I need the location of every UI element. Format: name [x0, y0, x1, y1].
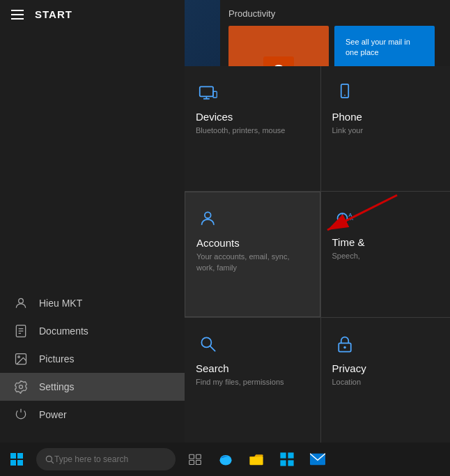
taskbar-file-explorer-button[interactable]: [242, 443, 270, 476]
file-explorer-icon: [249, 452, 264, 466]
svg-rect-44: [196, 461, 201, 465]
svg-text:A: A: [350, 216, 353, 221]
svg-rect-42: [196, 454, 201, 459]
svg-rect-50: [288, 460, 293, 466]
svg-line-19: [210, 346, 215, 351]
svg-point-14: [205, 213, 211, 219]
pictures-icon: [14, 352, 28, 366]
sidebar-item-pictures[interactable]: Pictures: [0, 345, 185, 373]
devices-icon-container: [196, 80, 221, 105]
accounts-icon-container: [196, 206, 222, 231]
tiles-section-title: Productivity: [228, 8, 442, 19]
taskbar: [0, 443, 450, 476]
devices-title: Devices: [196, 111, 309, 123]
start-header: START: [0, 0, 185, 29]
windows-logo-icon: [10, 453, 23, 466]
taskbar-store-button[interactable]: [273, 443, 301, 476]
taskbar-search-bar[interactable]: [36, 448, 176, 470]
time-desc: Speech,: [332, 251, 446, 261]
start-menu: START Hieu MKT Documents: [0, 0, 185, 443]
privacy-icon-container: [332, 332, 357, 357]
sidebar-item-power[interactable]: Power: [0, 401, 185, 429]
hamburger-icon[interactable]: [11, 10, 24, 20]
desktop: START Hieu MKT Documents: [0, 0, 450, 476]
svg-rect-36: [17, 453, 23, 459]
settings-gear-icon: [14, 380, 28, 394]
taskbar-mail-button[interactable]: [304, 443, 332, 476]
start-title: START: [35, 8, 72, 20]
settings-item-time[interactable]: A A Time & Speech,: [321, 192, 451, 316]
accounts-desc: Your accounts, email, sync, work, family: [196, 252, 309, 273]
taskbar-edge-icon: [218, 452, 233, 467]
svg-rect-35: [10, 453, 16, 459]
taskbar-search-icon: [45, 454, 54, 464]
time-title: Time &: [332, 236, 446, 248]
power-icon: [14, 408, 28, 422]
svg-rect-48: [288, 452, 293, 458]
start-menu-items: Hieu MKT Documents Pictures: [0, 29, 185, 443]
sidebar-item-settings[interactable]: Settings: [0, 373, 185, 401]
store-icon: [279, 452, 295, 467]
search-desc: Find my files, permissions: [196, 377, 309, 387]
svg-rect-41: [189, 454, 194, 459]
svg-rect-43: [189, 461, 194, 465]
documents-label: Documents: [39, 325, 88, 337]
svg-point-6: [18, 356, 20, 358]
taskbar-icon-group: [181, 443, 332, 476]
user-icon: [14, 296, 28, 310]
privacy-lock-icon: [335, 335, 355, 354]
devices-desc: Bluetooth, printers, mouse: [196, 125, 309, 136]
svg-point-0: [19, 298, 24, 303]
user-label: Hieu MKT: [39, 298, 82, 309]
settings-item-phone[interactable]: Phone Link your: [321, 66, 451, 191]
search-icon-container: [196, 332, 221, 357]
settings-item-search[interactable]: Search Find my files, permissions: [185, 318, 320, 443]
taskbar-task-view-button[interactable]: [181, 443, 209, 476]
svg-rect-49: [280, 460, 286, 466]
svg-rect-47: [280, 452, 286, 458]
svg-rect-8: [200, 86, 213, 96]
taskbar-edge-button[interactable]: [212, 443, 240, 476]
power-label: Power: [39, 409, 67, 420]
task-view-icon: [189, 454, 201, 465]
settings-label: Settings: [39, 381, 75, 392]
search-title: Search: [196, 362, 309, 374]
svg-point-39: [46, 456, 52, 461]
accounts-title: Accounts: [196, 237, 309, 249]
time-icon-container: A A: [332, 206, 357, 231]
accounts-icon: [199, 209, 219, 229]
svg-line-40: [51, 461, 54, 463]
taskbar-start-button[interactable]: [0, 443, 33, 476]
phone-icon: [335, 83, 355, 102]
privacy-desc: Location: [332, 377, 446, 387]
settings-item-privacy[interactable]: Privacy Location: [321, 318, 451, 443]
svg-rect-37: [10, 460, 16, 466]
taskbar-search-input[interactable]: [54, 454, 166, 464]
devices-icon: [199, 83, 218, 102]
taskbar-mail-icon: [310, 453, 325, 466]
svg-rect-46: [249, 456, 263, 465]
settings-item-devices[interactable]: Devices Bluetooth, printers, mouse: [185, 66, 320, 191]
time-language-icon: A A: [335, 208, 355, 228]
pictures-label: Pictures: [39, 353, 75, 364]
phone-title: Phone: [332, 111, 446, 123]
sidebar-item-user[interactable]: Hieu MKT: [0, 289, 185, 317]
settings-item-accounts[interactable]: Accounts Your accounts, email, sync, wor…: [185, 192, 320, 316]
search-icon: [199, 335, 218, 354]
svg-point-21: [343, 346, 346, 348]
phone-icon-container: [332, 80, 357, 105]
phone-desc: Link your: [332, 125, 446, 136]
privacy-title: Privacy: [332, 362, 446, 374]
settings-panel: Devices Bluetooth, printers, mouse Phone…: [185, 66, 450, 443]
sidebar-item-documents[interactable]: Documents: [0, 317, 185, 345]
document-icon: [14, 324, 28, 338]
svg-point-7: [20, 385, 23, 389]
svg-rect-38: [17, 460, 23, 466]
